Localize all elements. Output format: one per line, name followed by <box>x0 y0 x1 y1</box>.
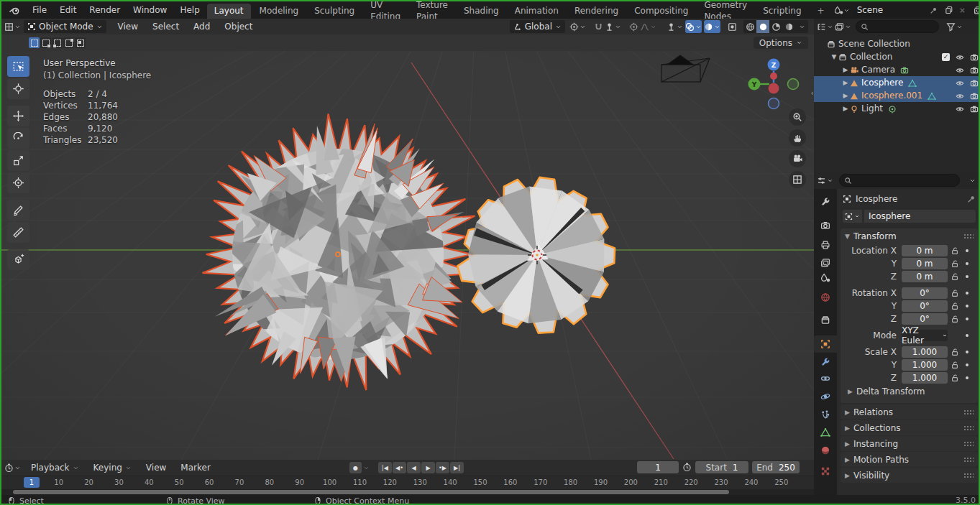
keyframe-dot[interactable] <box>962 363 972 366</box>
disclosure-right-icon[interactable]: ▶ <box>841 66 850 73</box>
play-reverse-button[interactable]: ◀ <box>407 462 421 473</box>
snap-toggle[interactable] <box>592 20 605 33</box>
properties-tab-tool[interactable] <box>814 193 837 210</box>
timeline-menu-keying[interactable]: Keying <box>86 463 139 473</box>
panel-drag-handle[interactable] <box>963 473 974 478</box>
delete-scene-button[interactable] <box>957 6 968 14</box>
pin-icon[interactable] <box>967 195 976 203</box>
tool-transform[interactable] <box>7 172 29 193</box>
viewport-menu-select[interactable]: Select <box>145 22 186 32</box>
tool-measure[interactable] <box>7 222 29 243</box>
properties-tab-constraints[interactable] <box>814 370 837 387</box>
lock-icon[interactable] <box>948 374 962 382</box>
current-frame-marker[interactable]: 1 <box>24 477 40 488</box>
object-name-field[interactable]: Icosphere <box>864 210 976 223</box>
jump-end-button[interactable]: ▶| <box>450 462 464 473</box>
hide-viewport-toggle[interactable] <box>956 103 964 113</box>
keyframe-dot[interactable] <box>962 318 972 320</box>
disable-render-toggle[interactable] <box>970 78 979 88</box>
disclosure-down-icon[interactable]: ▼ <box>830 53 838 60</box>
outliner-search[interactable] <box>856 20 939 33</box>
scale-y-field[interactable]: 1.000 <box>902 359 948 371</box>
rotation-z-field[interactable]: 0° <box>902 313 948 325</box>
outliner-display-mode-dropdown[interactable] <box>835 20 851 33</box>
tool-add-cube[interactable] <box>7 249 29 270</box>
properties-search-input[interactable] <box>855 175 955 186</box>
current-frame-field[interactable]: 1 <box>637 461 679 473</box>
collection-checkbox[interactable]: ✓ <box>942 53 950 61</box>
properties-tab-modifiers[interactable] <box>814 353 837 371</box>
workspace-tab-rendering[interactable]: Rendering <box>567 4 626 19</box>
outliner-row[interactable]: ▶Camera <box>814 63 980 76</box>
show-gizmos-dropdown[interactable] <box>667 20 683 33</box>
workspace-tab-modeling[interactable]: Modeling <box>252 4 306 19</box>
outliner-row[interactable]: Scene Collection <box>814 37 980 50</box>
topbar-menu-render[interactable]: Render <box>83 1 127 19</box>
tool-annotate[interactable] <box>7 200 29 221</box>
clock-icon[interactable] <box>682 463 692 472</box>
add-workspace-button[interactable]: + <box>810 4 832 19</box>
timeline-scrollbar-thumb[interactable] <box>13 490 729 494</box>
outliner-editor-type-button[interactable] <box>817 20 833 33</box>
rotation-x-field[interactable]: 0° <box>902 287 948 299</box>
lock-icon[interactable] <box>948 348 962 356</box>
options-dropdown[interactable]: Options <box>754 37 808 49</box>
select-mode-difference-button[interactable] <box>63 37 74 48</box>
tool-cursor[interactable] <box>7 78 29 99</box>
camera-view-button[interactable] <box>789 150 806 167</box>
lock-icon[interactable] <box>948 302 962 310</box>
shading-solid-button[interactable] <box>756 20 769 33</box>
section-visibility[interactable]: ▶Visibility <box>841 468 978 483</box>
rotation-y-field[interactable]: 0° <box>902 300 948 312</box>
workspace-tab-compositing[interactable]: Compositing <box>627 4 695 19</box>
outliner-row[interactable]: ▼Collection✓ <box>814 50 980 63</box>
topbar-menu-edit[interactable]: Edit <box>53 1 83 19</box>
shading-wireframe-button[interactable] <box>743 20 756 33</box>
panel-drag-handle[interactable] <box>963 233 974 239</box>
keyframe-dot[interactable] <box>962 292 972 295</box>
location-z-field[interactable]: 0 m <box>902 271 948 282</box>
properties-tab-texture[interactable] <box>814 463 837 480</box>
select-mode-extend-button[interactable] <box>40 37 51 48</box>
lock-icon[interactable] <box>948 315 962 323</box>
shading-rendered-button[interactable] <box>782 20 795 33</box>
section-collections[interactable]: ▶Collections <box>841 420 978 435</box>
keyframe-dot[interactable] <box>962 305 972 307</box>
zoom-button[interactable] <box>789 108 806 126</box>
lock-icon[interactable] <box>948 259 962 268</box>
scene-name-field[interactable]: Scene <box>853 4 941 17</box>
disable-render-toggle[interactable] <box>970 91 979 101</box>
viewport-menu-object[interactable]: Object <box>217 22 260 32</box>
workspace-tab-animation[interactable]: Animation <box>508 4 566 19</box>
rotation-mode-dropdown[interactable]: XYZ Euler <box>902 330 948 341</box>
properties-tab-object[interactable] <box>814 335 837 353</box>
properties-tab-output[interactable] <box>814 236 837 254</box>
tool-rotate[interactable] <box>7 128 29 149</box>
panel-drag-handle[interactable] <box>963 409 974 415</box>
scale-x-field[interactable]: 1.000 <box>902 346 948 358</box>
timeline-editor-type-button[interactable] <box>4 461 21 474</box>
pivot-point-dropdown[interactable] <box>569 20 586 33</box>
properties-tab-scene[interactable] <box>814 269 837 287</box>
show-overlays-dropdown[interactable] <box>685 20 702 33</box>
properties-search[interactable] <box>839 174 960 187</box>
object-id-dropdown[interactable] <box>843 210 862 223</box>
shading-options-dropdown[interactable] <box>795 20 808 33</box>
keyframe-dot[interactable] <box>962 376 972 379</box>
outliner-search-input[interactable] <box>871 21 934 32</box>
keyframe-dot[interactable] <box>962 275 972 278</box>
disable-render-toggle[interactable] <box>970 65 979 75</box>
panel-drag-handle[interactable] <box>963 457 974 463</box>
keyframe-dot[interactable] <box>962 249 972 252</box>
prev-keyframe-button[interactable]: ◀• <box>393 462 406 473</box>
scale-z-field[interactable]: 1.000 <box>902 372 948 384</box>
workspace-tab-scripting[interactable]: Scripting <box>756 4 808 19</box>
toggle-xray-button[interactable] <box>725 20 738 33</box>
jump-start-button[interactable]: |◀ <box>378 462 392 473</box>
workspace-tab-layout[interactable]: Layout <box>207 4 251 19</box>
select-mode-subtract-button[interactable] <box>52 37 63 48</box>
tool-scale[interactable] <box>7 150 29 171</box>
location-x-field[interactable]: 0 m <box>902 245 948 256</box>
hide-viewport-toggle[interactable] <box>956 52 964 62</box>
disclosure-right-icon[interactable]: ▶ <box>841 92 850 99</box>
